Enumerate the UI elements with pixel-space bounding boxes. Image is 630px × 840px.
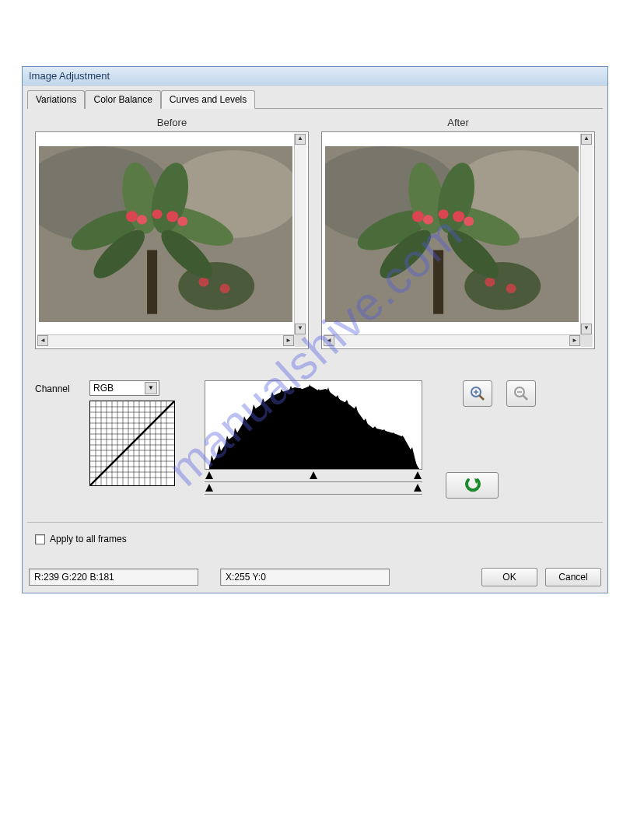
apply-all-checkbox[interactable] — [35, 534, 45, 544]
svg-point-34 — [423, 215, 433, 224]
channel-label: Channel — [35, 380, 89, 394]
svg-line-72 — [523, 396, 528, 401]
controls-row: Channel RGB ▼ — [35, 380, 595, 499]
svg-point-18 — [152, 209, 163, 219]
scroll-up-icon[interactable]: ▲ — [581, 134, 592, 145]
svg-rect-26 — [433, 250, 443, 314]
svg-point-6 — [220, 284, 230, 293]
scroll-left-icon[interactable]: ◄ — [37, 335, 48, 346]
output-levels-slider[interactable] — [205, 484, 422, 495]
output-white-point-handle[interactable] — [414, 484, 422, 492]
reset-arrow-icon — [462, 477, 482, 494]
after-vertical-scrollbar[interactable]: ▲ ▼ — [580, 134, 593, 334]
xy-readout: X:255 Y:0 — [220, 569, 390, 586]
before-image[interactable] — [39, 146, 292, 322]
svg-point-25 — [506, 284, 516, 293]
scroll-up-icon[interactable]: ▲ — [295, 134, 306, 145]
histogram-column — [205, 380, 422, 495]
svg-point-36 — [464, 216, 474, 226]
tab-color-balance[interactable]: Color Balance — [85, 90, 160, 109]
tab-strip: Variations Color Balance Curves and Leve… — [27, 90, 603, 109]
preview-row: Before — [35, 114, 595, 349]
divider — [27, 522, 603, 523]
channel-dropdown[interactable]: RGB ▼ — [89, 380, 159, 396]
before-horizontal-scrollbar[interactable]: ◄ ► — [37, 334, 294, 347]
input-levels-slider[interactable] — [205, 471, 422, 482]
after-column: After — [321, 114, 595, 349]
tab-content: Before — [27, 109, 603, 565]
after-image[interactable] — [325, 146, 579, 322]
magnifier-plus-icon — [470, 386, 485, 401]
after-label: After — [321, 114, 595, 131]
scroll-right-icon[interactable]: ► — [283, 335, 294, 346]
reset-button[interactable] — [446, 472, 499, 499]
output-black-point-handle[interactable] — [205, 484, 213, 492]
before-vertical-scrollbar[interactable]: ▲ ▼ — [294, 134, 306, 334]
input-white-point-handle[interactable] — [414, 471, 422, 479]
zoom-in-button[interactable] — [463, 380, 492, 407]
channel-column: RGB ▼ — [89, 380, 175, 486]
tab-curves-and-levels[interactable]: Curves and Levels — [161, 90, 255, 109]
after-preview-frame: ▲ ▼ ◄ ► — [321, 131, 595, 349]
status-bar: R:239 G:220 B:181 X:255 Y:0 OK Cancel — [23, 565, 607, 593]
svg-line-68 — [480, 396, 485, 401]
cancel-button[interactable]: Cancel — [545, 568, 601, 586]
scroll-left-icon[interactable]: ◄ — [324, 335, 334, 346]
svg-line-66 — [90, 401, 174, 485]
histogram[interactable] — [205, 380, 422, 470]
scroll-down-icon[interactable]: ▼ — [581, 324, 592, 334]
svg-rect-7 — [147, 250, 157, 314]
svg-point-14 — [126, 211, 138, 222]
tool-column — [443, 380, 536, 499]
dialog-title: Image Adjustment — [29, 70, 110, 82]
before-preview-frame: ▲ ▼ ◄ ► — [35, 131, 309, 349]
dialog-titlebar: Image Adjustment — [23, 67, 607, 86]
scroll-down-icon[interactable]: ▼ — [295, 324, 306, 334]
tab-area: Variations Color Balance Curves and Leve… — [23, 86, 607, 565]
zoom-out-button[interactable] — [506, 380, 536, 407]
svg-point-17 — [177, 216, 187, 226]
ok-button[interactable]: OK — [481, 568, 537, 586]
image-adjustment-dialog: Image Adjustment Variations Color Balanc… — [22, 66, 608, 593]
magnifier-minus-icon — [513, 386, 529, 401]
tab-variations[interactable]: Variations — [27, 90, 85, 109]
apply-all-row: Apply to all frames — [35, 529, 595, 557]
before-column: Before — [35, 114, 309, 349]
chevron-down-icon: ▼ — [145, 382, 157, 394]
input-gamma-handle[interactable] — [310, 471, 317, 479]
channel-value: RGB — [93, 383, 114, 394]
svg-point-24 — [485, 277, 495, 286]
svg-point-15 — [137, 215, 147, 224]
input-black-point-handle[interactable] — [205, 471, 213, 479]
before-label: Before — [35, 114, 309, 131]
curves-grid[interactable] — [89, 401, 175, 486]
svg-point-33 — [412, 211, 424, 222]
svg-point-5 — [198, 277, 208, 286]
svg-point-16 — [166, 211, 178, 222]
svg-point-37 — [439, 209, 449, 219]
scroll-right-icon[interactable]: ► — [569, 335, 580, 346]
rgb-readout: R:239 G:220 B:181 — [29, 569, 198, 586]
after-horizontal-scrollbar[interactable]: ◄ ► — [324, 334, 580, 347]
apply-all-label: Apply to all frames — [50, 534, 127, 544]
svg-point-35 — [453, 211, 464, 222]
